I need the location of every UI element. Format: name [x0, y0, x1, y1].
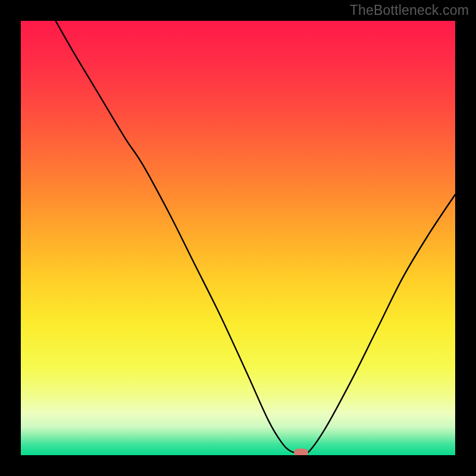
- watermark-text: TheBottleneck.com: [350, 2, 469, 18]
- gradient-background: [21, 21, 455, 455]
- bottleneck-chart: [21, 21, 455, 455]
- chart-frame: TheBottleneck.com: [0, 0, 476, 476]
- plot-area: [21, 21, 455, 455]
- optimal-point-marker: [294, 449, 308, 455]
